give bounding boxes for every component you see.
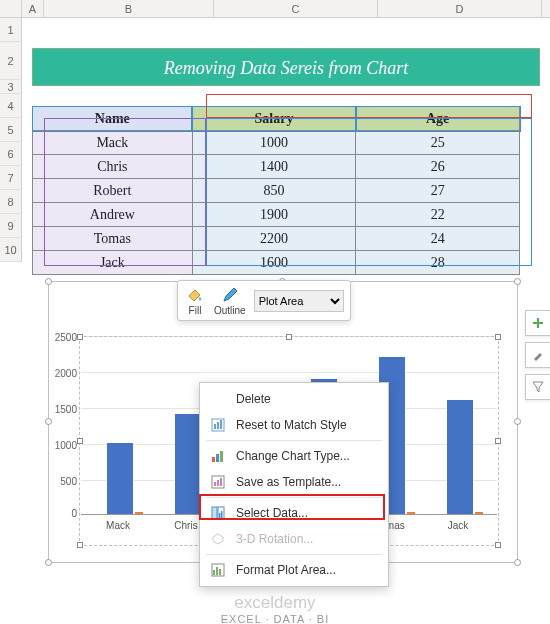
menu-save-template[interactable]: Save as Template...: [200, 469, 388, 495]
svg-rect-14: [221, 511, 223, 518]
col-d[interactable]: D: [378, 0, 542, 17]
chart-object[interactable]: Fill Outline Plot Area 2500 2000 1500 10…: [48, 281, 518, 563]
header-age[interactable]: Age: [356, 107, 520, 131]
svg-rect-4: [212, 457, 215, 462]
worksheet: A B C D 1 2 3 4 5 6 7 8 9 10 Removing Da…: [0, 0, 550, 563]
chart-type-icon: [210, 448, 226, 464]
svg-rect-9: [217, 480, 219, 486]
row-1[interactable]: 1: [0, 18, 22, 42]
svg-rect-3: [220, 420, 222, 429]
pen-icon: [219, 285, 241, 305]
svg-rect-8: [214, 482, 216, 486]
row-3[interactable]: 3: [0, 80, 22, 94]
footer-brand: exceldemy EXCEL · DATA · BI: [0, 593, 550, 624]
svg-rect-16: [213, 570, 215, 575]
table-row[interactable]: Jack160028: [33, 251, 520, 275]
chart-elements-button[interactable]: [525, 310, 550, 336]
y-axis: 2500 2000 1500 1000 500 0: [51, 336, 79, 516]
col-b[interactable]: B: [44, 0, 214, 17]
chart-filters-button[interactable]: [525, 374, 550, 400]
row-2[interactable]: 2: [0, 42, 22, 80]
menu-format-plot-area[interactable]: Format Plot Area...: [200, 557, 388, 583]
outline-button[interactable]: Outline: [214, 285, 246, 316]
svg-rect-11: [212, 507, 217, 519]
page-title: Removing Data Sereis from Chart: [32, 48, 540, 86]
menu-delete[interactable]: Delete: [200, 386, 388, 412]
data-table: Name Salary Age Mack100025 Chris140026 R…: [32, 106, 520, 275]
svg-rect-1: [214, 424, 216, 429]
row-9[interactable]: 9: [0, 214, 22, 238]
col-c[interactable]: C: [214, 0, 378, 17]
menu-3d-rotation: 3-D Rotation...: [200, 526, 388, 552]
svg-rect-5: [216, 454, 219, 462]
row-4[interactable]: 4: [0, 94, 22, 118]
table-row[interactable]: Chris140026: [33, 155, 520, 179]
svg-rect-18: [219, 569, 221, 575]
save-template-icon: [210, 474, 226, 490]
header-name[interactable]: Name: [33, 107, 193, 131]
brush-icon: [531, 348, 545, 362]
table-row[interactable]: Andrew190022: [33, 203, 520, 227]
table-row[interactable]: Robert85027: [33, 179, 520, 203]
paint-bucket-icon: [184, 285, 206, 305]
table-row[interactable]: Mack100025: [33, 131, 520, 155]
row-5[interactable]: 5: [0, 118, 22, 142]
svg-rect-2: [217, 422, 219, 429]
mini-toolbar: Fill Outline Plot Area: [177, 280, 351, 321]
chart-side-buttons: [525, 310, 550, 400]
reset-icon: [210, 417, 226, 433]
plus-icon: [531, 316, 545, 330]
fill-button[interactable]: Fill: [184, 285, 206, 316]
x-tick: Jack: [433, 520, 483, 531]
x-tick: Mack: [93, 520, 143, 531]
table-row[interactable]: Tomas220024: [33, 227, 520, 251]
row-6[interactable]: 6: [0, 142, 22, 166]
menu-reset-style[interactable]: Reset to Match Style: [200, 412, 388, 438]
format-icon: [210, 562, 226, 578]
context-menu: Delete Reset to Match Style Change Chart…: [199, 382, 389, 587]
column-headers: A B C D: [0, 0, 550, 18]
chart-styles-button[interactable]: [525, 342, 550, 368]
row-headers: 1 2 3 4 5 6 7 8 9 10: [0, 18, 22, 262]
col-a[interactable]: A: [22, 0, 44, 17]
select-data-icon: [210, 505, 226, 521]
row-7[interactable]: 7: [0, 166, 22, 190]
rotation-3d-icon: [210, 531, 226, 547]
svg-rect-13: [219, 513, 221, 518]
row-8[interactable]: 8: [0, 190, 22, 214]
menu-change-chart-type[interactable]: Change Chart Type...: [200, 443, 388, 469]
header-salary[interactable]: Salary: [192, 107, 356, 131]
chart-element-select[interactable]: Plot Area: [254, 290, 344, 312]
funnel-icon: [531, 380, 545, 394]
svg-rect-6: [220, 451, 223, 462]
menu-select-data[interactable]: Select Data...: [200, 500, 388, 526]
row-10[interactable]: 10: [0, 238, 22, 262]
svg-rect-17: [216, 567, 218, 575]
svg-rect-10: [220, 478, 222, 486]
